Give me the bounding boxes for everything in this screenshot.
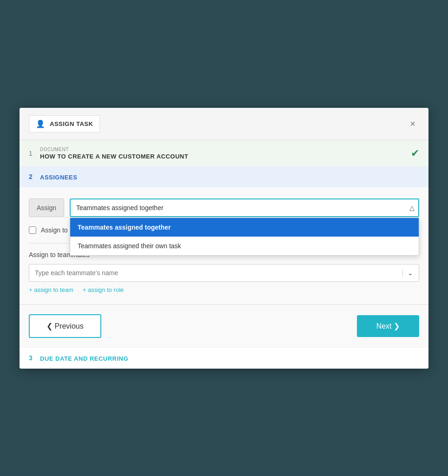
overlay: 👤 ASSIGN TASK × 1 DOCUMENT HOW TO CREATE…	[0, 0, 448, 476]
assign-to-team-button[interactable]: + assign to team	[29, 286, 73, 293]
teammate-input-wrapper: ⌄	[29, 264, 419, 282]
next-button[interactable]: Next ❯	[357, 315, 419, 337]
step-2-label: ASSIGNEES	[40, 174, 419, 181]
modal-dialog: 👤 ASSIGN TASK × 1 DOCUMENT HOW TO CREATE…	[20, 108, 428, 369]
previous-button[interactable]: ❮ Previous	[29, 314, 101, 338]
modal-body: Assign Teammates assigned together Teamm…	[20, 187, 428, 304]
step-1-sublabel: DOCUMENT	[40, 147, 411, 152]
dropdown-item-1[interactable]: Teammates assigned together	[70, 218, 419, 237]
step-3-label: DUE DATE AND RECURRING	[40, 355, 419, 362]
assign-steps-checkbox[interactable]	[29, 226, 36, 234]
modal-title-wrapper: 👤 ASSIGN TASK	[29, 115, 100, 132]
step-2-number: 2	[29, 173, 40, 180]
select-wrapper: Teammates assigned together Teammates as…	[70, 198, 419, 217]
assign-row: Assign Teammates assigned together Teamm…	[29, 198, 419, 217]
modal-title: ASSIGN TASK	[50, 120, 93, 127]
step-1-content: DOCUMENT HOW TO CREATE A NEW CUSTOMER AC…	[40, 147, 411, 160]
step-3-number: 3	[29, 354, 40, 362]
step-3-row: 3 DUE DATE AND RECURRING	[20, 347, 428, 369]
step-1-label: HOW TO CREATE A NEW CUSTOMER ACCOUNT	[40, 153, 411, 160]
check-icon: ✔	[411, 147, 419, 159]
dropdown-menu: Teammates assigned together Teammates as…	[70, 218, 419, 256]
step-3-content: DUE DATE AND RECURRING	[40, 354, 419, 362]
teammate-name-input[interactable]	[35, 269, 402, 277]
step-2-content: ASSIGNEES	[40, 173, 419, 181]
quick-links: + assign to team + assign to role	[29, 286, 419, 293]
person-icon: 👤	[36, 119, 45, 128]
modal-footer: ❮ Previous Next ❯	[20, 304, 428, 347]
close-button[interactable]: ×	[406, 117, 419, 130]
assign-to-role-button[interactable]: + assign to role	[83, 286, 124, 293]
step-1-row: 1 DOCUMENT HOW TO CREATE A NEW CUSTOMER …	[20, 140, 428, 166]
teammate-dropdown-button[interactable]: ⌄	[402, 269, 413, 277]
assign-select[interactable]: Teammates assigned together Teammates as…	[70, 198, 419, 217]
step-1-number: 1	[29, 150, 40, 157]
step-2-row: 2 ASSIGNEES	[20, 166, 428, 187]
modal-header: 👤 ASSIGN TASK ×	[20, 108, 428, 140]
dropdown-item-2[interactable]: Teammates assigned their own task	[70, 237, 419, 255]
assign-label: Assign	[29, 198, 64, 217]
